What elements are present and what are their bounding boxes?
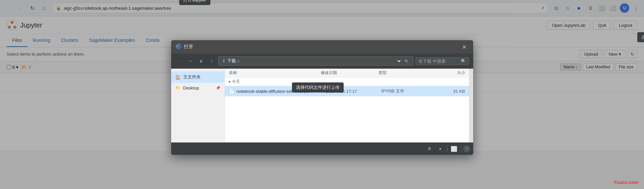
desktop-folder-icon: 📁 xyxy=(175,85,181,90)
view-list-dropdown-btn[interactable]: ≡ xyxy=(425,144,434,150)
pin-icon: 📌 xyxy=(216,86,220,90)
file-doc-icon: 📄 xyxy=(229,88,235,94)
dialog-file-row-0[interactable]: 📄 notebook-stable-diffusion-ssh-infere..… xyxy=(225,86,469,97)
dialog-search-icon: 🔍 xyxy=(461,59,466,64)
view-separator-2 xyxy=(461,145,461,150)
dialog-group-today: ▸ 今天 xyxy=(225,77,469,86)
file-size-0: 31 KB xyxy=(437,89,465,94)
annotation-tooltip-3: 选择代码文件进行上传 xyxy=(292,82,344,92)
dialog-down-button[interactable]: ∨ xyxy=(197,57,205,65)
sidebar-item-home[interactable]: 🏠 主文件夹 xyxy=(171,71,225,83)
dialog-path-bar[interactable]: ⬇ 下载 > ↻ xyxy=(218,56,413,66)
view-dropdown-arrow[interactable]: ▾ xyxy=(436,144,445,150)
scrollbar[interactable] xyxy=(469,69,473,142)
dialog-view-toolbar: ≡ ▾ ⬜ ? xyxy=(171,142,473,150)
file-dialog-titlebar: 打开 ✕ xyxy=(171,40,473,54)
group-header-label: ▸ xyxy=(229,79,232,84)
dialog-forward-button[interactable]: → xyxy=(186,57,195,65)
dialog-toolbar: ← → ∨ ↑ ⬇ 下载 > ↻ 🔍 xyxy=(171,54,473,69)
col-header-date: 修改日期 xyxy=(321,70,379,76)
view-separator xyxy=(447,145,447,150)
group-today-text: 今天 xyxy=(232,79,240,84)
annotation-tooltip-1: 打开Jupyter xyxy=(179,0,210,5)
view-pane-btn[interactable]: ⬜ xyxy=(449,144,459,150)
dialog-close-button[interactable]: ✕ xyxy=(460,43,468,51)
dialog-title-text: 打开 xyxy=(184,44,193,50)
sidebar-home-label: 主文件夹 xyxy=(183,74,201,80)
dialog-file-list-header: 名称 修改日期 类型 大小 xyxy=(225,69,469,77)
svg-point-5 xyxy=(178,45,180,47)
chrome-logo-icon xyxy=(176,44,181,50)
dialog-refresh-button[interactable]: ↻ xyxy=(403,58,410,64)
dialog-sidebar: 🏠 主文件夹 📁 Desktop 📌 xyxy=(171,69,225,142)
file-row-container: 📄 notebook-stable-diffusion-ssh-infere..… xyxy=(225,86,469,97)
dialog-body: 🏠 主文件夹 📁 Desktop 📌 名称 修改日期 类型 大小 xyxy=(171,69,473,142)
path-separator: > xyxy=(237,59,240,64)
home-icon: 🏠 xyxy=(175,75,181,80)
file-dialog-overlay[interactable]: 打开 ✕ ← → ∨ ↑ ⬇ 下载 > ↻ 🔍 xyxy=(0,0,644,150)
dialog-back-button[interactable]: ← xyxy=(175,57,184,65)
dialog-search-bar[interactable]: 🔍 xyxy=(415,57,469,65)
dialog-file-list: 名称 修改日期 类型 大小 ▸ 今天 📄 notebook-stable-dif… xyxy=(225,69,469,142)
path-dropdown[interactable] xyxy=(241,58,401,64)
file-dialog-title: 打开 xyxy=(176,44,193,50)
path-label: 下载 xyxy=(227,58,236,64)
file-dialog: 打开 ✕ ← → ∨ ↑ ⬇ 下载 > ↻ 🔍 xyxy=(171,40,473,150)
view-help-btn[interactable]: ? xyxy=(463,145,470,150)
file-type-0: IPYNB 文件 xyxy=(381,88,437,94)
col-header-type: 类型 xyxy=(379,70,436,76)
sidebar-desktop-label: Desktop xyxy=(183,85,199,90)
dialog-search-input[interactable] xyxy=(418,59,459,64)
path-download-icon: ⬇ xyxy=(222,58,226,64)
col-header-name: 名称 xyxy=(229,70,315,76)
annotation-tooltip-2: 点击Upload，上传文件 xyxy=(637,32,644,42)
col-header-size: 大小 xyxy=(436,70,465,76)
dialog-up-button[interactable]: ↑ xyxy=(207,57,216,65)
sidebar-item-desktop[interactable]: 📁 Desktop 📌 xyxy=(171,83,225,93)
